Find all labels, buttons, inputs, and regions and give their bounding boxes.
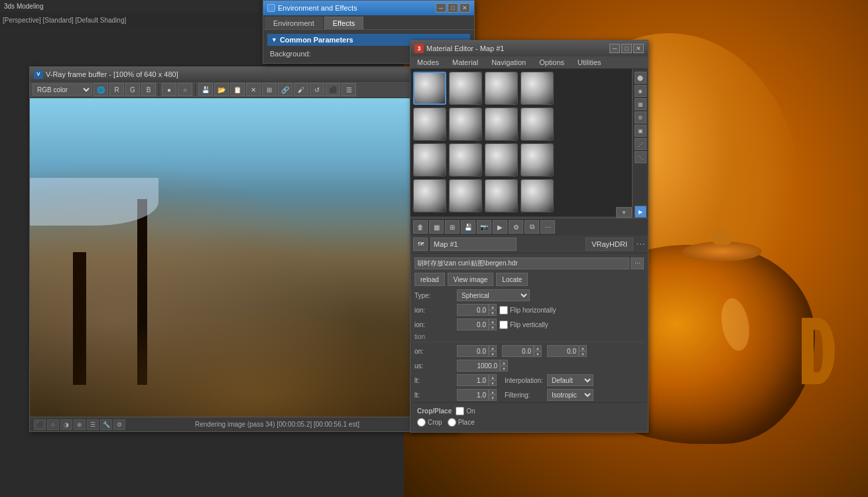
statusbar-icon-4[interactable]: ⊕ <box>74 419 86 430</box>
copy-buffer-button[interactable]: 📋 <box>230 83 245 96</box>
menu-navigation[interactable]: Navigation <box>485 56 532 68</box>
mat-editor-controls[interactable]: ─ □ ✕ <box>609 44 644 53</box>
vert-rotation-up[interactable]: ▲ <box>489 319 497 324</box>
grid-next-button[interactable]: ▶ <box>635 206 647 218</box>
mat-options-button[interactable]: ⚙ <box>509 220 523 234</box>
statusbar-icon-2[interactable]: ○ <box>47 419 59 430</box>
open-image-button[interactable]: 📂 <box>214 83 229 96</box>
horiz-rotation-down[interactable]: ▼ <box>489 310 497 316</box>
interpolation-dropdown[interactable]: Default <box>547 374 593 386</box>
flip-h-checkbox[interactable] <box>499 306 508 315</box>
statusbar-icon-5[interactable]: ☰ <box>87 419 99 430</box>
type-dropdown[interactable]: Spherical <box>457 289 530 301</box>
strip-btn-2[interactable]: ◉ <box>635 85 647 97</box>
sphere-cell-2[interactable] <box>485 72 518 105</box>
sphere-cell-6[interactable] <box>485 107 518 141</box>
render-input[interactable] <box>457 389 489 401</box>
r-channel-button[interactable]: R <box>109 83 124 96</box>
mat-more-button[interactable]: ⋯ <box>540 220 555 234</box>
statusbar-icon-1[interactable]: ⬛ <box>34 419 46 430</box>
sphere-cell-7[interactable] <box>521 107 554 141</box>
sphere-cell-10[interactable] <box>485 143 518 177</box>
env-effects-controls[interactable]: ─ □ ✕ <box>436 3 470 13</box>
offset-w-up[interactable]: ▲ <box>579 345 587 351</box>
strip-btn-7[interactable]: ⋱ <box>635 151 647 163</box>
place-radio[interactable] <box>448 418 456 427</box>
mat-video-button[interactable]: ▶ <box>493 220 507 234</box>
sphere-cell-15[interactable] <box>521 179 554 212</box>
more-button[interactable]: ☰ <box>341 83 356 96</box>
sphere-cell-14[interactable] <box>485 179 518 212</box>
mat-save-button[interactable]: 💾 <box>461 220 475 234</box>
offset-u-input[interactable] <box>457 345 489 357</box>
tab-environment[interactable]: Environment <box>265 17 323 29</box>
white-point-button[interactable]: ● <box>162 83 176 96</box>
overall-input[interactable] <box>457 374 489 386</box>
mat-checkerboard-button[interactable]: ▦ <box>429 220 444 234</box>
overall-up[interactable]: ▲ <box>489 374 497 380</box>
sphere-cell-1[interactable] <box>449 72 482 105</box>
filtering-dropdown[interactable]: Isotropic <box>547 389 593 401</box>
vert-rotation-down[interactable]: ▼ <box>489 324 497 330</box>
env-maximize-button[interactable]: □ <box>448 3 458 13</box>
save-buffer-button[interactable]: 💾 <box>198 83 213 96</box>
offset-v-down[interactable]: ▼ <box>534 351 542 357</box>
sphere-cell-9[interactable] <box>449 143 482 177</box>
strip-btn-6[interactable]: ⋰ <box>635 138 647 150</box>
strip-btn-3[interactable]: ▦ <box>635 98 647 110</box>
view-image-button[interactable]: View image <box>448 273 494 286</box>
overall-down[interactable]: ▼ <box>489 380 497 386</box>
menu-modes[interactable]: Modes <box>410 56 446 68</box>
render-up[interactable]: ▲ <box>489 389 497 395</box>
mat-close-button[interactable]: ✕ <box>633 44 644 53</box>
sphere-cell-8[interactable] <box>413 143 446 177</box>
mat-grid-button[interactable]: ⊞ <box>445 220 460 234</box>
mat-maximize-button[interactable]: □ <box>621 44 632 53</box>
statusbar-icon-3[interactable]: ◑ <box>60 419 72 430</box>
crop-on-checkbox[interactable] <box>456 407 464 415</box>
radius-up[interactable]: ▲ <box>500 360 508 366</box>
offset-v-input[interactable] <box>502 345 534 357</box>
black-point-button[interactable]: ○ <box>178 83 192 96</box>
g-channel-button[interactable]: G <box>125 83 140 96</box>
statusbar-icon-7[interactable]: ⚙ <box>113 419 125 430</box>
menu-options[interactable]: Options <box>532 56 571 68</box>
sphere-cell-4[interactable] <box>413 107 446 141</box>
map-name-input[interactable] <box>430 238 517 251</box>
statusbar-icon-6[interactable]: 🔧 <box>100 419 112 430</box>
paint-button[interactable]: 🖌 <box>294 83 308 96</box>
offset-v-up[interactable]: ▲ <box>534 345 542 351</box>
sphere-cell-12[interactable] <box>413 179 446 212</box>
mat-minimize-button[interactable]: ─ <box>609 44 620 53</box>
color-icon-button[interactable]: 🌐 <box>93 83 108 96</box>
vert-rotation-input[interactable] <box>457 319 489 330</box>
sphere-cell-13[interactable] <box>449 179 482 212</box>
horiz-rotation-up[interactable]: ▲ <box>489 304 497 310</box>
mat-camera-button[interactable]: 📷 <box>477 220 491 234</box>
mat-clone-button[interactable]: ⧉ <box>525 220 539 234</box>
sphere-cell-11[interactable] <box>521 143 554 177</box>
color-mode-select[interactable]: RGB color <box>32 84 92 96</box>
strip-btn-4[interactable]: ⚙ <box>635 111 647 123</box>
link-button[interactable]: 🔗 <box>278 83 292 96</box>
radius-down[interactable]: ▼ <box>500 366 508 372</box>
clear-button[interactable]: ✕ <box>246 83 261 96</box>
strip-btn-1[interactable]: ⬤ <box>635 72 647 84</box>
refresh-button[interactable]: ↺ <box>310 83 324 96</box>
env-close-button[interactable]: ✕ <box>460 3 470 13</box>
crop-radio[interactable] <box>417 418 426 427</box>
strip-btn-5[interactable]: ▣ <box>635 125 647 137</box>
radius-input[interactable] <box>457 360 500 372</box>
b-channel-button[interactable]: B <box>141 83 156 96</box>
env-minimize-button[interactable]: ─ <box>436 3 446 13</box>
render-button[interactable]: ⬛ <box>326 83 340 96</box>
offset-w-down[interactable]: ▼ <box>579 351 587 357</box>
flip-v-checkbox[interactable] <box>499 320 508 329</box>
grid-scroll-down[interactable]: ▼ <box>616 207 632 218</box>
sphere-cell-0[interactable] <box>413 72 446 105</box>
filepath-input[interactable] <box>414 257 629 269</box>
sphere-cell-5[interactable] <box>449 107 482 141</box>
sphere-cell-3[interactable] <box>521 72 554 105</box>
locate-button[interactable]: Locate <box>496 273 528 286</box>
offset-u-down[interactable]: ▼ <box>489 351 497 357</box>
